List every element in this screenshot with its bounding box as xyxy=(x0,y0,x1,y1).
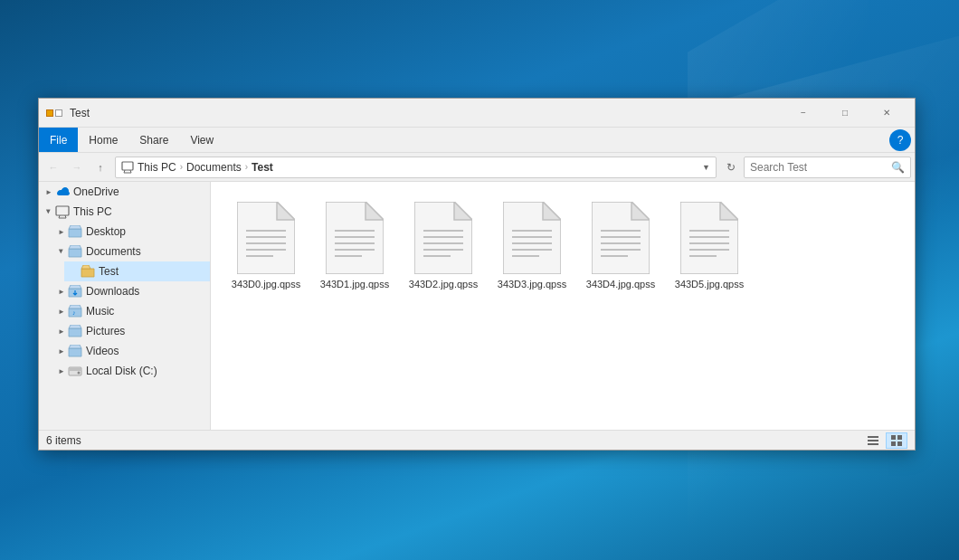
computer-icon xyxy=(121,161,134,174)
maximize-button[interactable]: □ xyxy=(824,99,866,128)
menu-share[interactable]: Share xyxy=(128,128,179,152)
music-folder-icon: ♪ xyxy=(68,304,82,318)
svg-marker-34 xyxy=(543,202,561,220)
sidebar-label-pictures: Pictures xyxy=(86,325,125,337)
breadcrumb-thispc[interactable]: This PC xyxy=(138,161,176,174)
search-box: 🔍 xyxy=(744,157,911,178)
sidebar-item-documents[interactable]: ► Documents xyxy=(52,242,210,261)
expand-arrow-localdisk: ► xyxy=(55,365,68,377)
file-item[interactable]: 343D5.jpg.qpss xyxy=(669,196,750,296)
downloads-folder-icon xyxy=(68,284,82,299)
file-icon-5 xyxy=(680,202,738,274)
sidebar-item-videos[interactable]: ► Videos xyxy=(52,341,210,361)
grid-view-button[interactable] xyxy=(886,432,907,449)
sidebar-item-localdisk[interactable]: ► Local Disk (C:) xyxy=(52,361,210,381)
search-icon[interactable]: 🔍 xyxy=(891,161,905,174)
svg-marker-13 xyxy=(277,202,295,220)
svg-rect-60 xyxy=(897,441,902,446)
file-item[interactable]: 343D2.jpg.qpss xyxy=(403,196,484,296)
expand-arrow-downloads: ► xyxy=(55,285,68,298)
item-count: 6 items xyxy=(46,434,81,447)
sidebar-label-desktop: Desktop xyxy=(86,225,126,238)
sidebar-item-music[interactable]: ► ♪ Music xyxy=(52,301,210,321)
file-explorer-window: Test − □ ✕ File Home Share View ? ← → ↑ … xyxy=(38,98,916,451)
pictures-folder-icon xyxy=(68,324,82,338)
close-button[interactable]: ✕ xyxy=(866,99,907,128)
file-icon-4 xyxy=(592,202,650,274)
file-icon-1 xyxy=(326,202,384,274)
svg-rect-4 xyxy=(56,206,69,215)
menu-view[interactable]: View xyxy=(179,128,224,152)
sidebar-item-thispc[interactable]: ► This PC xyxy=(39,202,210,222)
file-item[interactable]: 343D3.jpg.qpss xyxy=(491,196,573,296)
address-dropdown-icon[interactable]: ▼ xyxy=(702,163,710,172)
list-view-button[interactable] xyxy=(862,432,884,449)
svg-rect-57 xyxy=(891,435,896,440)
expand-arrow-desktop: ► xyxy=(55,225,68,238)
sidebar-item-test[interactable]: ► Test xyxy=(64,261,210,281)
window-controls: − □ ✕ xyxy=(783,99,907,128)
file-item[interactable]: 343D4.jpg.qpss xyxy=(580,196,661,296)
expand-arrow-pictures: ► xyxy=(55,325,68,337)
svg-rect-0 xyxy=(122,162,133,170)
documents-folder-icon xyxy=(68,244,82,259)
expand-arrow-documents: ► xyxy=(55,245,68,258)
svg-rect-56 xyxy=(868,443,878,445)
minimize-button[interactable]: − xyxy=(783,99,824,128)
menu-bar: File Home Share View ? xyxy=(39,128,915,153)
menu-home[interactable]: Home xyxy=(78,128,128,152)
file-item[interactable]: 343D0.jpg.qpss xyxy=(225,196,307,296)
sidebar-label-thispc: This PC xyxy=(73,205,112,218)
file-area: 343D0.jpg.qpss 343D1.jpg.qpss 343D2.jpg.… xyxy=(211,182,915,430)
sidebar-item-downloads[interactable]: ► Downloads xyxy=(52,281,210,301)
svg-marker-48 xyxy=(720,202,738,220)
navigation-bar: ← → ↑ This PC › Documents › Test ▼ ↻ 🔍 xyxy=(39,153,915,182)
refresh-button[interactable]: ↻ xyxy=(720,157,742,178)
sidebar-label-music: Music xyxy=(86,305,114,318)
title-bar: Test − □ ✕ xyxy=(39,99,915,128)
file-name-5: 343D5.jpg.qpss xyxy=(675,278,744,290)
status-bar: 6 items xyxy=(39,430,915,450)
svg-rect-10 xyxy=(70,368,81,371)
svg-rect-54 xyxy=(868,436,878,438)
svg-marker-20 xyxy=(366,202,384,220)
videos-folder-icon xyxy=(68,344,82,358)
test-folder-icon xyxy=(81,264,95,279)
file-item[interactable]: 343D1.jpg.qpss xyxy=(314,196,395,296)
svg-point-11 xyxy=(78,372,81,375)
sidebar-label-onedrive: OneDrive xyxy=(73,185,119,198)
breadcrumb-documents[interactable]: Documents xyxy=(186,161,242,174)
back-button[interactable]: ← xyxy=(43,157,64,178)
search-input[interactable] xyxy=(750,161,891,174)
sidebar-item-onedrive[interactable]: ► OneDrive xyxy=(39,182,210,202)
localdisk-icon xyxy=(68,364,82,378)
svg-marker-27 xyxy=(454,202,472,220)
expand-arrow: ► xyxy=(43,185,55,198)
file-icon-0 xyxy=(237,202,295,274)
file-name-4: 343D4.jpg.qpss xyxy=(586,278,655,290)
file-name-0: 343D0.jpg.qpss xyxy=(232,278,300,290)
sidebar-label-documents: Documents xyxy=(86,245,141,258)
window-title: Test xyxy=(70,107,783,119)
sidebar-item-pictures[interactable]: ► Pictures xyxy=(52,321,210,341)
sidebar-label-videos: Videos xyxy=(86,345,119,357)
breadcrumb-current: Test xyxy=(252,161,273,174)
address-bar[interactable]: This PC › Documents › Test ▼ xyxy=(115,157,717,178)
svg-rect-58 xyxy=(897,435,902,440)
expand-arrow-videos: ► xyxy=(55,345,68,357)
desktop-folder-icon xyxy=(68,224,82,239)
onedrive-icon xyxy=(55,185,70,199)
menu-file[interactable]: File xyxy=(39,128,78,152)
forward-button[interactable]: → xyxy=(66,157,88,178)
help-button[interactable]: ? xyxy=(889,129,911,151)
svg-text:♪: ♪ xyxy=(72,309,76,316)
up-button[interactable]: ↑ xyxy=(90,157,111,178)
svg-rect-59 xyxy=(891,441,896,446)
main-content: ► OneDrive ► This PC ► Deskto xyxy=(39,182,915,430)
file-icon-2 xyxy=(414,202,472,274)
sidebar-item-desktop[interactable]: ► Desktop xyxy=(52,222,210,242)
file-name-3: 343D3.jpg.qpss xyxy=(498,278,566,290)
window-icon xyxy=(46,106,64,120)
sidebar: ► OneDrive ► This PC ► Deskto xyxy=(39,182,211,430)
expand-arrow-thispc: ► xyxy=(43,205,55,218)
